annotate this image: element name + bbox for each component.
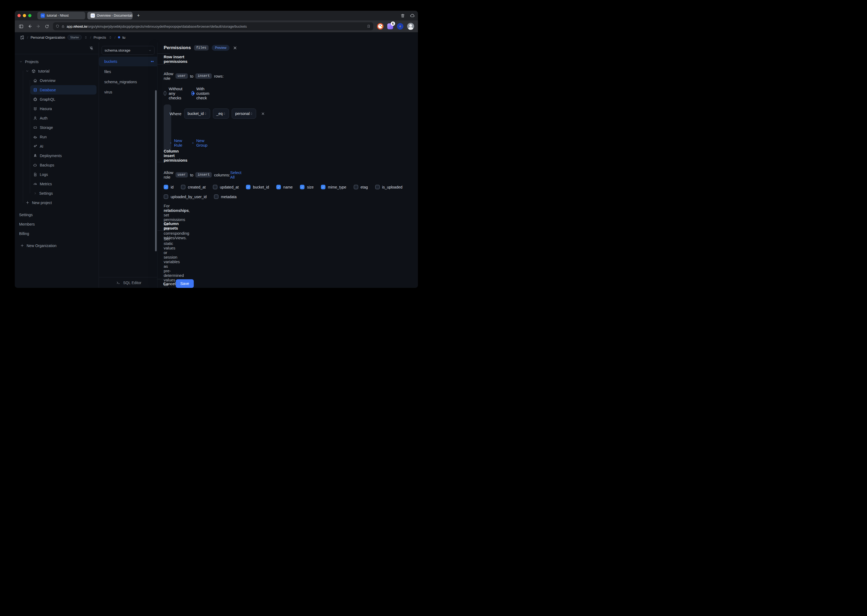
sidebar-item-settings[interactable]: Settings	[15, 210, 99, 219]
radio-without-checks[interactable]: Without any checks	[164, 86, 184, 100]
table-name: schema_migrations	[104, 80, 137, 84]
sidebar-toggle-icon[interactable]	[19, 24, 24, 29]
tab-overview-documentation[interactable]: Overview - Documentation	[87, 12, 132, 19]
bookmark-icon[interactable]	[367, 24, 370, 28]
checkbox-uploaded-by-user-id[interactable]: uploaded_by_user_id	[164, 195, 207, 199]
rows-suffix: rows:	[214, 74, 224, 79]
project-switcher-icon[interactable]	[109, 36, 112, 39]
sidebar-item-backups[interactable]: Backups	[15, 160, 99, 170]
radio-custom-check[interactable]: With custom check	[191, 86, 211, 100]
rule-operator-select[interactable]: _eq	[213, 108, 229, 119]
reload-icon[interactable]	[45, 24, 49, 29]
table-row-virus[interactable]: virus	[99, 87, 157, 97]
close-icon[interactable]	[233, 46, 237, 50]
breadcrumb-projects[interactable]: Projects	[93, 35, 106, 39]
url-field[interactable]: app.nhost.io/orgs/ykmujwrjdyoebkjsbcpp/p…	[53, 22, 373, 30]
sidebar-item-label: GraphQL	[40, 97, 55, 102]
zoom-window-button[interactable]	[28, 14, 32, 17]
org-switcher-icon[interactable]	[84, 36, 88, 39]
sidebar-item-database[interactable]: Database	[30, 85, 96, 94]
sidebar-item-metrics[interactable]: Metrics	[15, 179, 99, 189]
new-tab-button[interactable]: +	[135, 12, 142, 19]
url-path: /orgs/ykmujwrjdyoebkjsbcpp/projects/rebn…	[87, 24, 247, 28]
breadcrumb-slash: /	[90, 35, 91, 39]
user-icon	[33, 116, 37, 120]
cloud-tabs-icon[interactable]	[410, 13, 415, 18]
table-row-schema-migrations[interactable]: schema_migrations	[99, 77, 157, 87]
checkbox-is-uploaded[interactable]: is_uploaded	[375, 185, 403, 189]
allow-prefix: Allow role	[164, 170, 173, 179]
schema-select[interactable]: schema.storage	[102, 46, 154, 55]
action-badge: insert	[195, 172, 212, 178]
table-menu-icon[interactable]: ••	[151, 59, 154, 64]
remove-rule-icon[interactable]	[259, 112, 267, 116]
extensions-icon[interactable]: 6	[387, 24, 393, 29]
save-button[interactable]: Save	[176, 279, 194, 288]
sidebar-item-label: Backups	[40, 163, 54, 167]
checkbox-metadata[interactable]: metadata	[214, 195, 236, 199]
new-group-label: New Group	[196, 138, 209, 148]
checkbox-label: bucket_id	[253, 185, 269, 189]
new-group-button[interactable]: New Group	[192, 138, 209, 148]
rule-value-value: personal	[235, 112, 250, 116]
sidebar-item-project-settings[interactable]: Settings	[15, 189, 99, 198]
graphql-icon	[33, 97, 37, 102]
new-organization-button[interactable]: New Organization	[15, 241, 99, 250]
sidebar-item-ai[interactable]: AI	[15, 141, 99, 151]
checkbox-created-at[interactable]: created_at	[181, 185, 206, 189]
profile-avatar[interactable]	[407, 23, 414, 30]
new-project-button[interactable]: New project	[15, 198, 99, 207]
panel-scrollbar[interactable]	[155, 90, 157, 251]
new-rule-label: New Rule	[174, 138, 184, 148]
sql-editor-button[interactable]: SQL Editor	[99, 277, 157, 288]
sidebar-item-storage[interactable]: Storage	[15, 123, 99, 132]
shield-icon[interactable]	[56, 24, 59, 28]
sidebar-item-deployments[interactable]: Deployments	[15, 151, 99, 160]
sidebar-item-logs[interactable]: Logs	[15, 170, 99, 179]
unpin-sidebar-icon[interactable]	[89, 46, 94, 51]
checkbox-id[interactable]: id	[164, 185, 173, 189]
minimize-window-button[interactable]	[23, 14, 26, 17]
nhost-logo-icon[interactable]	[20, 35, 25, 40]
checkbox-label: id	[171, 185, 173, 189]
breadcrumb-project[interactable]: tu	[123, 35, 126, 39]
sidebar-item-auth[interactable]: Auth	[15, 113, 99, 123]
checkbox-bucket-id[interactable]: bucket_id	[246, 185, 269, 189]
table-row-files[interactable]: files	[99, 67, 157, 77]
rule-field-select[interactable]: bucket_id	[184, 108, 210, 119]
privacy-extension-icon[interactable]	[397, 23, 404, 30]
new-rule-button[interactable]: New Rule	[170, 138, 184, 148]
sidebar-item-projects[interactable]: Projects	[15, 57, 99, 66]
rule-value-select[interactable]: personal	[232, 108, 256, 119]
rocket-icon	[33, 154, 37, 158]
select-all-link[interactable]: Select All	[230, 170, 241, 179]
to-text: to	[190, 173, 194, 177]
cancel-button[interactable]: Cancel	[163, 281, 176, 286]
sidebar-item-billing[interactable]: Billing	[15, 229, 99, 238]
sidebar-item-overview[interactable]: Overview	[15, 76, 99, 85]
trash-icon[interactable]	[400, 13, 405, 18]
checkbox-label: name	[283, 185, 293, 189]
breadcrumb-org[interactable]: Personal Organization	[31, 35, 65, 39]
checkbox-label: uploaded_by_user_id	[171, 195, 207, 199]
close-window-button[interactable]	[17, 14, 21, 17]
sidebar-item-graphql[interactable]: GraphQL	[15, 94, 99, 104]
sidebar-item-run[interactable]: Run	[15, 132, 99, 141]
breadcrumb-slash: /	[115, 35, 115, 39]
permissions-panel: Permissions files Preview Row insert per…	[157, 42, 158, 288]
checkbox-size[interactable]: size	[300, 185, 314, 189]
duckduckgo-extension-icon[interactable]	[377, 23, 383, 30]
checkbox-mime-type[interactable]: mime_type	[321, 185, 346, 189]
table-row-buckets[interactable]: buckets ••	[99, 57, 157, 66]
sidebar-item-members[interactable]: Members	[15, 219, 99, 229]
back-icon[interactable]	[27, 24, 32, 29]
radio-dot	[191, 91, 194, 96]
checkbox-name[interactable]: name	[276, 185, 293, 189]
forward-icon[interactable]	[36, 24, 41, 29]
sidebar-item-hasura[interactable]: Hasura	[15, 104, 99, 113]
table-name: files	[104, 69, 111, 74]
checkbox-etag[interactable]: etag	[354, 185, 368, 189]
sidebar-item-tutorial[interactable]: tutorial	[15, 66, 99, 76]
tab-tutorial-nhost[interactable]: tutorial - Nhost	[37, 12, 85, 19]
checkbox-updated-at[interactable]: updated_at	[213, 185, 239, 189]
